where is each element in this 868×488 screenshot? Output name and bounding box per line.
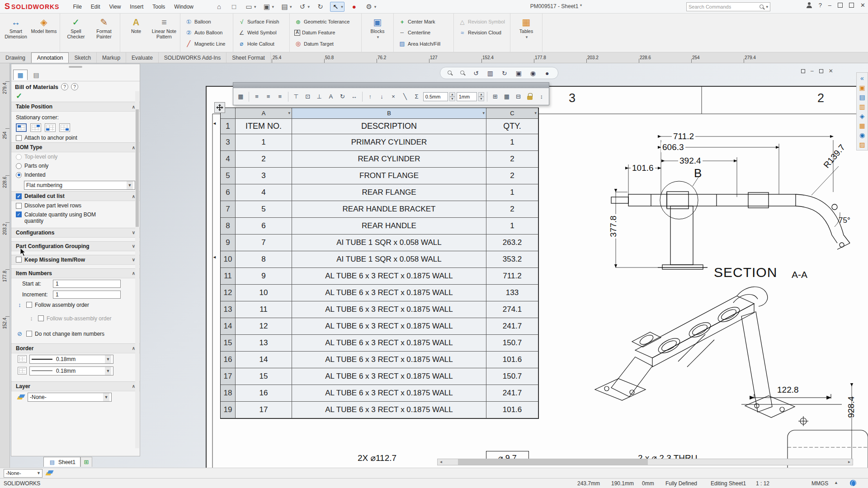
bom-table[interactable]: A▾ B▾ C▾ 1 ITEM NO. DESCRIPTION QTY. 3 1… [220, 108, 539, 419]
rotate-view-icon[interactable]: ↻ [500, 70, 508, 77]
doc-tile-button[interactable] [801, 69, 805, 73]
border-thickness-dropdown[interactable]: 0.18mm ▼ [29, 355, 113, 364]
bom-description-cell[interactable]: AL TUBE 6 x 3 RECT x 0.1875 WALL [292, 368, 486, 385]
doc-close-button[interactable]: ✕ [829, 68, 833, 74]
insert-row-above-icon[interactable]: ↑ [365, 91, 376, 102]
bom-description-cell[interactable]: REAR CYLINDER [292, 151, 486, 168]
bom-item-cell[interactable]: 17 [236, 402, 292, 418]
increment-input[interactable]: 1 [53, 291, 121, 299]
bom-item-cell[interactable]: 1 [236, 134, 292, 151]
align-left-icon[interactable]: ≡ [252, 91, 262, 102]
help-icon[interactable]: ? [71, 83, 78, 90]
bom-description-cell[interactable]: AL TUBE 6 x 3 RECT x 0.1875 WALL [292, 352, 486, 368]
align-center-icon[interactable]: ≡ [263, 91, 274, 102]
design-library-icon[interactable]: ▤ [859, 94, 866, 101]
user-account-icon[interactable] [806, 2, 812, 9]
bom-item-cell[interactable]: 8 [236, 251, 292, 268]
section-layer[interactable]: Layer ∧ [11, 381, 140, 391]
toolbar-drag-strip[interactable] [233, 83, 549, 88]
bom-item-cell[interactable]: 14 [236, 352, 292, 368]
dim-711[interactable]: 711.2 [672, 131, 695, 141]
format-painter-button[interactable]: ✎ Format Painter [91, 15, 117, 51]
scrollbar-thumb[interactable] [458, 459, 648, 465]
table-move-handle[interactable] [214, 102, 225, 113]
bom-column-header-a[interactable]: A▾ [236, 108, 292, 119]
tab-evaluate[interactable]: Evaluate [126, 52, 159, 63]
split-cell-icon[interactable]: ╲ [400, 91, 410, 102]
area-hatch-button[interactable]: ▨Area Hatch/Fill [396, 38, 451, 49]
section-keep-missing[interactable]: Keep Missing Item/Row ∨ [11, 255, 140, 265]
insert-row-below-icon[interactable]: ↓ [377, 91, 387, 102]
bom-row-number[interactable]: 13 [221, 301, 236, 318]
tab-addins[interactable]: SOLIDWORKS Add-Ins [159, 52, 226, 63]
bom-row-number[interactable]: 6 [221, 184, 236, 201]
bom-row-number[interactable]: 10 [221, 251, 236, 268]
top-level-radio[interactable] [16, 154, 22, 160]
bom-item-cell[interactable]: 6 [236, 218, 292, 235]
calculate-quantity-checkbox[interactable]: ✓ [16, 211, 22, 217]
menu-edit[interactable]: Edit [91, 4, 100, 10]
bom-qty-cell[interactable]: 150.7 [486, 335, 538, 352]
appearances-icon[interactable]: ▦ [859, 122, 866, 129]
display-style-icon[interactable]: ▣ [515, 70, 523, 77]
bom-row-number[interactable]: 12 [221, 285, 236, 301]
bom-description-cell[interactable]: AL TUBE 6 x 3 RECT x 0.1875 WALL [292, 385, 486, 402]
bom-row-number[interactable]: 19 [221, 402, 236, 418]
scrollbar-track[interactable] [444, 459, 846, 465]
dim-75deg[interactable]: 75° [837, 216, 852, 225]
hide-show-items-icon[interactable]: ◉ [529, 70, 537, 77]
bom-item-cell[interactable]: 11 [236, 301, 292, 318]
bom-description-cell[interactable]: REAR FLANGE [292, 184, 486, 201]
column-chevron-icon[interactable]: ▾ [288, 111, 290, 115]
tab-drawing[interactable]: Drawing [0, 52, 31, 63]
bom-item-cell[interactable]: 16 [236, 385, 292, 402]
bom-row-number[interactable]: 8 [221, 218, 236, 235]
bom-description-cell[interactable]: REAR HANDLE BRACKET [292, 201, 486, 218]
bom-qty-cell[interactable]: 2 [486, 151, 538, 168]
parts-only-radio[interactable] [16, 163, 22, 169]
active-layer-dropdown[interactable]: -None- ▼ [4, 469, 42, 478]
task-pane-toggle-icon[interactable]: « [859, 75, 866, 82]
corner-bottom-left-button[interactable] [45, 123, 56, 132]
bom-item-cell[interactable]: 4 [236, 184, 292, 201]
bom-item-cell[interactable]: 15 [236, 368, 292, 385]
bom-row-number[interactable]: 4 [221, 151, 236, 168]
bom-item-cell[interactable]: 7 [236, 235, 292, 251]
file-explorer-icon[interactable]: ▥ [859, 103, 866, 110]
linear-note-pattern-button[interactable]: ≡ Linear Note Pattern [151, 15, 177, 51]
bom-description-cell[interactable]: AL TUBE 6 x 3 RECT x 0.1875 WALL [292, 301, 486, 318]
datum-feature-button[interactable]: ADatum Feature [292, 27, 359, 38]
bom-description-cell[interactable]: AL TUBE 6 x 3 RECT x 0.1875 WALL [292, 285, 486, 301]
menu-view[interactable]: View [109, 4, 121, 10]
revision-symbol-button[interactable]: △Revision Symbol [457, 16, 507, 27]
follow-assembly-checkbox[interactable] [26, 302, 32, 308]
grid-thickness-dropdown[interactable]: 0.18mm ▼ [29, 366, 113, 375]
table-format-icon[interactable]: ▦ [236, 91, 246, 102]
bom-row-number[interactable]: 14 [221, 318, 236, 335]
dim-392[interactable]: 392.4 [678, 156, 703, 166]
tab-sketch[interactable]: Sketch [69, 52, 97, 63]
section-detailed-cut-list[interactable]: ✓ Detailed cut list ∧ [11, 191, 140, 201]
save-button[interactable]: ▣▾ [262, 2, 275, 12]
column-width-icon[interactable]: ↔ [349, 91, 359, 102]
undo-button[interactable]: ↺▾ [297, 2, 311, 12]
bom-qty-cell[interactable]: 133 [486, 285, 538, 301]
layout-button[interactable] [838, 3, 843, 8]
bom-description-cell[interactable]: PRIMARY CYLINDER [292, 134, 486, 151]
panel-grip[interactable] [69, 66, 82, 68]
bom-qty-cell[interactable]: 274.1 [486, 301, 538, 318]
datum-target-button[interactable]: ◎Datum Target [292, 38, 359, 49]
attach-anchor-checkbox[interactable] [16, 135, 22, 141]
search-input[interactable]: Search Commands [689, 4, 759, 9]
forum-icon[interactable]: ▨ [859, 141, 866, 148]
menu-file[interactable]: File [73, 4, 81, 10]
align-right-icon[interactable]: ≡ [275, 91, 285, 102]
search-commands-box[interactable]: Search Commands ▾ [686, 2, 770, 11]
bom-header-cell[interactable]: DESCRIPTION [292, 119, 486, 134]
rotate-text-icon[interactable]: ↻ [337, 91, 348, 102]
balloon-button[interactable]: ①Balloon [183, 16, 230, 27]
auto-balloon-button[interactable]: ②Auto Balloon [183, 27, 230, 38]
note-button[interactable]: A Note [123, 15, 149, 51]
bom-row-number[interactable]: 7 [221, 201, 236, 218]
bom-row-number[interactable]: 18 [221, 385, 236, 402]
